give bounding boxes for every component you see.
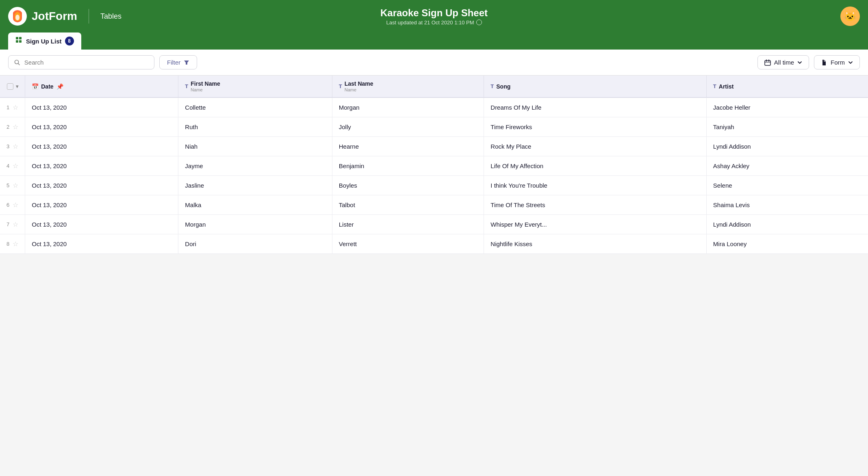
table-row: 5 ☆ Oct 13, 2020 Jasline Boyles I think …	[0, 176, 868, 195]
form-dropdown[interactable]: Form	[814, 55, 860, 69]
cell-last-name: Talbot	[332, 195, 484, 215]
th-artist: T Artist	[706, 76, 868, 97]
cell-song: Life Of My Affection	[484, 156, 707, 176]
row-number: 5	[7, 182, 9, 188]
row-num-cell: 5 ☆	[0, 176, 25, 195]
cell-last-name: Jolly	[332, 117, 484, 137]
cell-last-name: Lister	[332, 215, 484, 234]
artist-col-label: Artist	[719, 83, 734, 90]
cell-song: Dreams Of My Life	[484, 97, 707, 117]
svg-line-7	[18, 63, 20, 65]
chevron-down-icon	[797, 60, 802, 65]
table-row: 4 ☆ Oct 13, 2020 Jayme Benjamin Life Of …	[0, 156, 868, 176]
svg-rect-3	[19, 37, 22, 39]
data-table-container: ▾ 📅 Date 📌 T	[0, 76, 868, 254]
cell-first-name: Malka	[178, 195, 332, 215]
row-number: 3	[7, 143, 9, 149]
star-icon[interactable]: ☆	[13, 104, 18, 111]
search-input[interactable]	[24, 59, 148, 66]
svg-marker-8	[184, 61, 189, 65]
clock-icon	[476, 19, 482, 25]
cell-artist: Lyndi Addison	[706, 137, 868, 156]
cell-last-name: Hearne	[332, 137, 484, 156]
search-box[interactable]	[8, 55, 154, 69]
select-all-checkbox[interactable]	[7, 83, 13, 90]
app-name: JotForm	[32, 10, 77, 23]
form-icon	[821, 59, 827, 66]
cell-first-name: Dori	[178, 234, 332, 254]
cell-first-name: Collette	[178, 97, 332, 117]
cell-date: Oct 13, 2020	[25, 195, 178, 215]
cell-song: I think You're Trouble	[484, 176, 707, 195]
app-header: JotForm Tables Karaoke Sign Up Sheet Las…	[0, 0, 868, 32]
cell-first-name: Niah	[178, 137, 332, 156]
cell-date: Oct 13, 2020	[25, 97, 178, 117]
table-row: 8 ☆ Oct 13, 2020 Dori Verrett Nightlife …	[0, 234, 868, 254]
cell-last-name: Benjamin	[332, 156, 484, 176]
table-header-row: ▾ 📅 Date 📌 T	[0, 76, 868, 97]
cell-first-name: Ruth	[178, 117, 332, 137]
row-num-cell: 8 ☆	[0, 234, 25, 254]
svg-rect-5	[19, 40, 22, 43]
cell-artist: Jacobe Heller	[706, 97, 868, 117]
cell-last-name: Boyles	[332, 176, 484, 195]
row-number: 1	[7, 104, 9, 110]
cell-artist: Taniyah	[706, 117, 868, 137]
table-row: 3 ☆ Oct 13, 2020 Niah Hearne Rock My Pla…	[0, 137, 868, 156]
tab-count-badge: 8	[65, 37, 74, 45]
star-icon[interactable]: ☆	[13, 162, 18, 170]
cell-first-name: Jayme	[178, 156, 332, 176]
svg-rect-9	[765, 61, 770, 65]
tab-label: Sign Up List	[26, 38, 62, 45]
cell-song: Whisper My Everyt...	[484, 215, 707, 234]
filter-button[interactable]: Filter	[159, 55, 197, 69]
text-type-icon-3: T	[490, 83, 494, 89]
th-song: T Song	[484, 76, 707, 97]
header-divider	[89, 9, 89, 24]
cell-song: Nightlife Kisses	[484, 234, 707, 254]
cell-date: Oct 13, 2020	[25, 137, 178, 156]
row-number: 8	[7, 241, 9, 247]
grid-icon	[15, 37, 23, 45]
star-icon[interactable]: ☆	[13, 201, 18, 209]
row-number: 2	[7, 124, 9, 130]
row-num-cell: 1 ☆	[0, 97, 25, 117]
alltime-label: All time	[774, 59, 794, 66]
table-row: 1 ☆ Oct 13, 2020 Collette Morgan Dreams …	[0, 97, 868, 117]
last-updated: Last updated at 21 Oct 2020 1:10 PM	[380, 19, 488, 26]
cell-artist: Lyndi Addison	[706, 215, 868, 234]
row-num-cell: 3 ☆	[0, 137, 25, 156]
cell-artist: Selene	[706, 176, 868, 195]
row-number: 7	[7, 221, 9, 227]
toolbar: Filter All time Form	[0, 50, 868, 76]
pin-icon: 📌	[56, 83, 63, 90]
star-icon[interactable]: ☆	[13, 123, 18, 131]
filter-icon	[184, 60, 189, 65]
row-number: 4	[7, 163, 9, 169]
cell-date: Oct 13, 2020	[25, 176, 178, 195]
star-icon[interactable]: ☆	[13, 240, 18, 248]
cell-date: Oct 13, 2020	[25, 117, 178, 137]
alltime-dropdown[interactable]: All time	[757, 55, 809, 69]
cell-date: Oct 13, 2020	[25, 156, 178, 176]
cell-date: Oct 13, 2020	[25, 234, 178, 254]
filter-label: Filter	[167, 59, 180, 66]
cell-first-name: Jasline	[178, 176, 332, 195]
cell-artist: Shaima Levis	[706, 195, 868, 215]
avatar[interactable]: 🐱	[840, 6, 860, 26]
cell-artist: Mira Looney	[706, 234, 868, 254]
tab-sign-up-list[interactable]: Sign Up List 8	[8, 32, 81, 50]
last-name-col-label: Last Name	[345, 80, 373, 87]
star-icon[interactable]: ☆	[13, 143, 18, 150]
cell-song: Rock My Place	[484, 137, 707, 156]
tab-bar: Sign Up List 8	[0, 32, 868, 50]
select-dropdown-icon[interactable]: ▾	[16, 84, 18, 89]
row-num-cell: 4 ☆	[0, 156, 25, 176]
text-type-icon-2: T	[339, 83, 342, 89]
star-icon[interactable]: ☆	[13, 221, 18, 228]
form-label: Form	[831, 59, 845, 66]
cell-artist: Ashay Ackley	[706, 156, 868, 176]
star-icon[interactable]: ☆	[13, 182, 18, 189]
cell-date: Oct 13, 2020	[25, 215, 178, 234]
th-first-name: T First Name Name	[178, 76, 332, 97]
